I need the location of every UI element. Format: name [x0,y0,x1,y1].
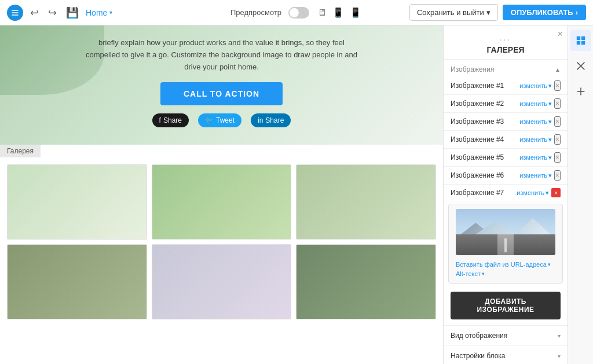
image-6-edit-button[interactable]: изменить ▾ [519,172,552,179]
insert-url-chevron: ▾ [548,262,551,267]
publish-button[interactable]: ОПУБЛИКОВАТЬ › [503,5,586,20]
mobile-icon[interactable]: 📱 [349,6,363,19]
image-7-delete-button[interactable]: × [551,188,561,197]
twitter-icon: 🐦 [205,116,214,124]
panel-title: ГАЛЕРЕЯ [444,45,568,60]
gallery-item-5[interactable] [152,244,292,319]
image-3-edit-button[interactable]: изменить ▾ [519,118,552,126]
gallery-item-2[interactable] [152,164,292,240]
gallery-image-5 [152,245,291,319]
gallery-image-2 [152,165,291,239]
alt-text-label: Alt-текст [456,270,481,277]
publish-arrow: › [576,8,578,17]
image-6-edit-chevron: ▾ [548,172,552,179]
preview-toggle[interactable] [288,7,309,19]
view-mode-label: Вид отображения [451,332,507,340]
alt-text-link[interactable]: Alt-текст ▾ [456,269,555,278]
panel-close-button[interactable]: × [558,29,563,39]
facebook-icon: f [159,116,161,124]
svg-rect-0 [576,36,580,40]
image-4-edit-chevron: ▾ [548,136,552,144]
hero-text: briefly explain how your product works a… [83,37,361,73]
save-exit-button[interactable]: Сохранить и выйти ▾ [409,4,498,21]
view-mode-section[interactable]: Вид отображения ▾ [444,325,568,345]
image-5-delete-button[interactable]: × [554,152,561,163]
close-panel-button[interactable] [570,56,591,76]
gallery-item-4[interactable] [7,244,147,319]
canvas-area: briefly explain how your product works a… [0,25,443,364]
image-7-label: Изображение #7 [451,189,517,197]
insert-url-link[interactable]: Вставить файл из URL-адреса ▾ [456,260,555,269]
home-tab[interactable]: Home ▾ [86,8,112,17]
image-1-edit-button[interactable]: изменить ▾ [519,82,552,90]
image-list-item-5: Изображение #5 изменить ▾ × [444,149,568,167]
layout-icon-button[interactable] [570,30,591,51]
main-layout: briefly explain how your product works a… [0,25,593,364]
cta-button[interactable]: CALL TO ACTION [160,82,283,105]
image-5-edit-label: изменить [519,154,547,161]
gallery-item-3[interactable] [296,164,436,240]
save-exit-label: Сохранить и выйти [417,8,484,17]
linkedin-share-button[interactable]: in Share [251,113,291,127]
image-7-preview [456,209,555,255]
image-3-edit-label: изменить [519,118,547,125]
save-chevron: ▾ [486,8,490,17]
image-5-label: Изображение #5 [451,153,519,161]
right-panel: ··· ГАЛЕРЕЯ × Изображения ▲ Изображение … [443,25,568,364]
desktop-icon[interactable]: 🖥 [316,6,328,19]
block-settings-label: Настройки блока [451,352,506,360]
image-list-item-3: Изображение #3 изменить ▾ × [444,113,568,131]
image-1-edit-chevron: ▾ [548,82,552,90]
panel-drag-handle: ··· [444,30,568,45]
image-list-item-6: Изображение #6 изменить ▾ × [444,167,568,185]
add-image-button[interactable]: ДОБАВИТЬ ИЗОБРАЖЕНИЕ [451,292,561,319]
image-7-expanded-section: Вставить файл из URL-адреса ▾ Alt-текст … [448,204,563,284]
image-2-delete-button[interactable]: × [554,98,561,109]
svg-rect-3 [581,41,584,45]
images-section-label: Изображения [451,65,494,73]
image-list-item-1: Изображение #1 изменить ▾ × [444,77,568,95]
gallery-item-1[interactable] [7,164,147,240]
image-2-label: Изображение #2 [451,100,519,108]
image-6-delete-button[interactable]: × [554,170,561,181]
image-4-edit-label: изменить [519,136,547,143]
image-list-item-7: Изображение #7 изменить ▾ × [444,185,568,201]
image-2-edit-button[interactable]: изменить ▾ [519,100,552,108]
gallery-image-4 [8,245,147,319]
add-section-button[interactable] [570,81,591,102]
svg-rect-2 [576,41,580,45]
image-3-edit-chevron: ▾ [548,118,552,126]
block-settings-chevron: ▾ [558,353,561,359]
canvas-content: briefly explain how your product works a… [0,25,443,364]
linkedin-icon: in [258,116,263,124]
gallery-section: Галерея [0,145,443,326]
topbar: ↩ ↪ 💾 Home ▾ Предпросмотр 🖥 📱 📱 Сохранит… [0,0,593,25]
gallery-item-6[interactable] [296,244,436,319]
image-4-edit-button[interactable]: изменить ▾ [519,136,552,144]
redo-button[interactable]: ↪ [46,4,59,21]
block-settings-section[interactable]: Настройки блока ▾ [444,345,568,364]
image-4-delete-button[interactable]: × [554,134,561,145]
image-3-label: Изображение #3 [451,117,519,126]
facebook-share-button[interactable]: f Share [152,113,189,127]
home-tab-label: Home [86,8,107,17]
image-1-delete-button[interactable]: × [554,80,561,91]
svg-rect-1 [581,36,584,40]
hero-section: briefly explain how your product works a… [0,25,443,145]
image-3-delete-button[interactable]: × [554,116,561,127]
far-right-sidebar [568,25,593,364]
twitter-share-button[interactable]: 🐦 Tweet [198,113,241,127]
linkedin-label: Share [265,116,284,124]
image-7-edit-button[interactable]: изменить ▾ [517,189,549,197]
gallery-label: Галерея [0,145,41,157]
image-5-edit-button[interactable]: изменить ▾ [519,154,552,161]
tablet-icon[interactable]: 📱 [331,6,345,19]
image-1-edit-label: изменить [519,82,547,89]
image-6-edit-label: изменить [519,172,547,179]
undo-button[interactable]: ↩ [28,4,41,21]
topbar-center: Предпросмотр 🖥 📱 📱 [230,6,363,19]
save-draft-button[interactable]: 💾 [64,4,81,21]
device-icons: 🖥 📱 📱 [316,6,363,19]
view-mode-chevron: ▾ [558,333,561,339]
home-tab-chevron: ▾ [109,9,112,16]
